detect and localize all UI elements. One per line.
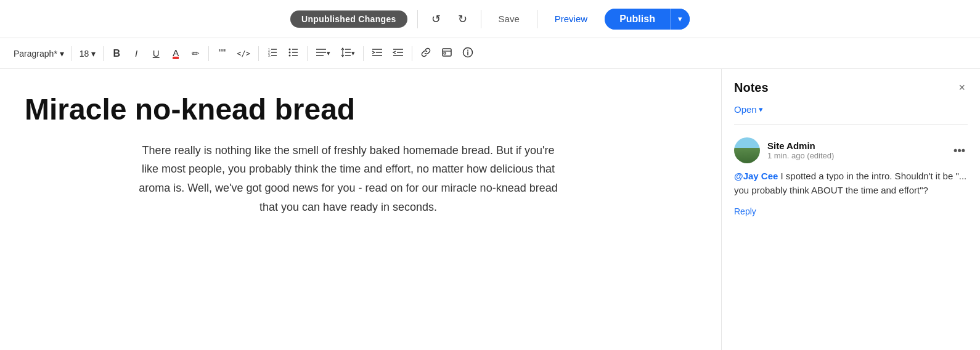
undo-icon: ↺ xyxy=(431,12,441,26)
publish-chevron-icon: ▾ xyxy=(678,14,682,23)
paragraph-select[interactable]: Paragraph* ▾ xyxy=(10,46,68,61)
publish-dropdown-button[interactable]: ▾ xyxy=(671,9,690,30)
comment-header: Site Admin 1 min. ago (edited) ••• xyxy=(734,137,968,163)
divider-1 xyxy=(417,10,418,28)
link-button[interactable] xyxy=(416,44,436,63)
notes-panel: Notes × Open ▾ Site Admin 1 min. ago (ed… xyxy=(721,69,980,350)
toolbar-sep-1 xyxy=(71,46,72,61)
comment-author: Site Admin xyxy=(767,140,834,151)
unordered-list-icon xyxy=(288,47,299,60)
top-bar: Unpublished Changes ↺ ↻ Save Preview Pub… xyxy=(0,0,980,38)
embed-icon xyxy=(441,47,452,60)
notes-filter: Open ▾ xyxy=(722,102,980,124)
comment-more-button[interactable]: ••• xyxy=(951,144,968,157)
close-notes-button[interactable]: × xyxy=(956,79,968,97)
toolbar: Paragraph* ▾ 18 ▾ B I U A ✏ "" </> 1.2.3… xyxy=(0,38,980,69)
line-height-icon xyxy=(340,47,351,60)
indent-right-button[interactable] xyxy=(367,44,387,63)
underline-button[interactable]: U xyxy=(147,44,165,63)
svg-text:3.: 3. xyxy=(268,54,271,57)
indent-left-button[interactable] xyxy=(388,44,408,63)
eraser-icon: ✏ xyxy=(192,48,200,59)
embed-button[interactable] xyxy=(437,44,457,63)
toolbar-sep-7 xyxy=(412,46,412,61)
blockquote-button[interactable]: "" xyxy=(213,44,231,63)
toolbar-sep-4 xyxy=(258,46,259,61)
svg-point-29 xyxy=(467,50,468,51)
main-layout: Miracle no-knead bread There really is n… xyxy=(0,69,980,350)
eraser-button[interactable]: ✏ xyxy=(186,44,205,63)
unordered-list-button[interactable] xyxy=(284,44,303,63)
font-color-button[interactable]: A xyxy=(166,44,185,63)
divider-3 xyxy=(537,10,537,28)
redo-button[interactable]: ↻ xyxy=(454,10,471,28)
toolbar-sep-5 xyxy=(307,46,308,61)
comment-user-info: Site Admin 1 min. ago (edited) xyxy=(734,137,834,163)
undo-button[interactable]: ↺ xyxy=(428,10,444,28)
notes-title: Notes xyxy=(734,81,769,95)
article-title[interactable]: Miracle no-knead bread xyxy=(25,94,672,126)
font-color-icon: A xyxy=(173,48,179,59)
align-button[interactable]: ▾ xyxy=(311,44,335,63)
toolbar-sep-6 xyxy=(363,46,364,61)
ordered-list-button[interactable]: 1.2.3. xyxy=(263,44,282,63)
svg-rect-26 xyxy=(444,52,446,54)
comment-meta: Site Admin 1 min. ago (edited) xyxy=(767,140,834,160)
align-icon xyxy=(316,47,327,60)
svg-point-8 xyxy=(288,55,290,57)
indent-left-icon xyxy=(393,47,404,60)
divider-2 xyxy=(481,10,481,28)
save-button[interactable]: Save xyxy=(491,11,527,26)
svg-point-6 xyxy=(288,49,290,51)
svg-point-7 xyxy=(288,52,290,54)
editor-area[interactable]: Miracle no-knead bread There really is n… xyxy=(0,69,721,350)
link-icon xyxy=(420,47,431,60)
toolbar-sep-3 xyxy=(208,46,209,61)
bold-button[interactable]: B xyxy=(107,44,126,63)
notes-comment: Site Admin 1 min. ago (edited) ••• @Jay … xyxy=(722,125,980,224)
indent-right-icon xyxy=(372,47,383,60)
comment-mention: @Jay Cee xyxy=(734,171,778,181)
code-icon: </> xyxy=(237,49,250,58)
unpublished-badge: Unpublished Changes xyxy=(290,10,407,28)
font-size-select[interactable]: 18 ▾ xyxy=(76,46,99,61)
info-button[interactable] xyxy=(458,44,478,63)
preview-button[interactable]: Preview xyxy=(547,11,595,26)
toolbar-sep-2 xyxy=(103,46,104,61)
publish-group: Publish ▾ xyxy=(605,9,690,30)
comment-text: @Jay Cee I spotted a typo in the intro. … xyxy=(734,169,968,197)
comment-time: 1 min. ago (edited) xyxy=(767,151,834,160)
italic-button[interactable]: I xyxy=(127,44,145,63)
notes-filter-open-button[interactable]: Open ▾ xyxy=(734,104,763,115)
top-bar-center: Unpublished Changes ↺ ↻ Save Preview Pub… xyxy=(290,9,690,30)
notes-header: Notes × xyxy=(722,69,980,102)
ordered-list-icon: 1.2.3. xyxy=(267,47,278,60)
line-height-button[interactable]: ▾ xyxy=(336,44,359,63)
article-body[interactable]: There really is nothing like the smell o… xyxy=(139,141,558,216)
redo-icon: ↻ xyxy=(458,12,467,26)
avatar xyxy=(734,137,760,163)
publish-button[interactable]: Publish xyxy=(605,9,671,30)
code-button[interactable]: </> xyxy=(232,44,255,63)
info-icon xyxy=(462,47,473,60)
reply-button[interactable]: Reply xyxy=(734,206,756,216)
